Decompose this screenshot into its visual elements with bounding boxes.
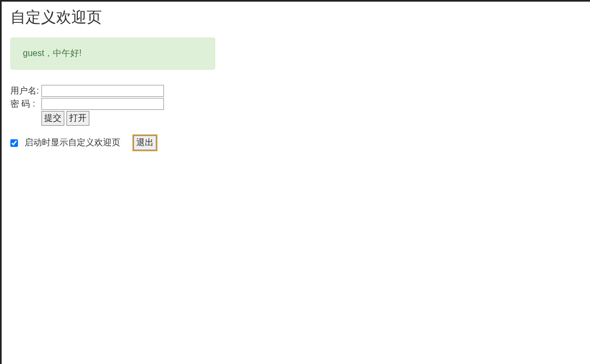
password-input[interactable] [41,98,164,110]
username-row: 用户名: [10,85,581,97]
show-welcome-checkbox[interactable] [10,139,18,147]
exit-button[interactable]: 退出 [133,135,156,150]
greeting-banner: guest，中午好! [10,38,215,70]
password-label: 密 码 : [10,98,41,110]
footer-row: 启动时显示自定义欢迎页 退出 [10,135,581,150]
submit-button[interactable]: 提交 [41,111,64,126]
username-label: 用户名: [10,85,41,97]
username-input[interactable] [41,85,164,97]
login-form: 用户名: 密 码 : 提交 打开 [10,85,581,126]
show-welcome-label: 启动时显示自定义欢迎页 [25,137,120,149]
page-title: 自定义欢迎页 [10,7,581,28]
form-button-row: 提交 打开 [41,111,581,126]
greeting-text: guest，中午好! [23,48,82,58]
password-row: 密 码 : [10,98,581,110]
open-button[interactable]: 打开 [66,111,89,126]
show-welcome-wrap: 启动时显示自定义欢迎页 [10,137,120,149]
